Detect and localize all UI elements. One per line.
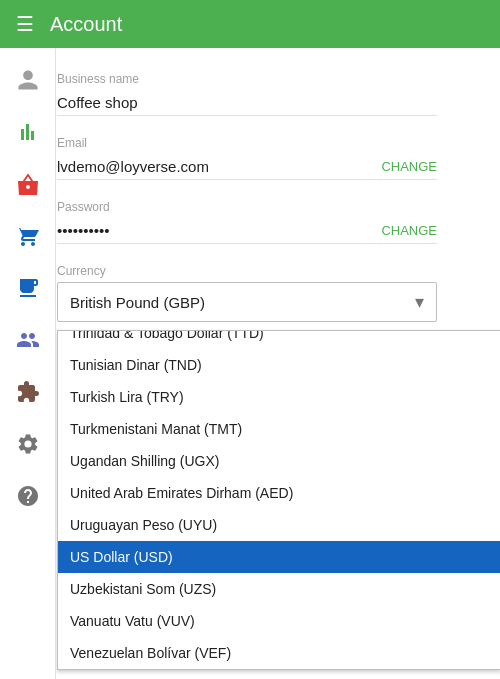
- business-name-text: Coffee shop: [57, 94, 138, 111]
- business-name-group: Business name Coffee shop: [57, 72, 437, 116]
- cart-icon: [16, 224, 40, 248]
- password-text: ••••••••••: [57, 222, 110, 239]
- password-group: Password •••••••••• CHANGE: [57, 200, 437, 244]
- bar-chart-icon: [16, 120, 40, 144]
- chevron-down-icon: ▾: [415, 291, 424, 313]
- sidebar-item-account[interactable]: [4, 56, 52, 104]
- dropdown-item-try[interactable]: Turkish Lira (TRY): [58, 381, 500, 413]
- sidebar-item-inventory[interactable]: [4, 212, 52, 260]
- sidebar-item-integrations[interactable]: [4, 368, 52, 416]
- email-text: lvdemo@loyverse.com: [57, 158, 209, 175]
- password-change-button[interactable]: CHANGE: [381, 223, 437, 238]
- email-change-button[interactable]: CHANGE: [381, 159, 437, 174]
- dropdown-item-vef[interactable]: Venezuelan Bolívar (VEF): [58, 637, 500, 669]
- business-name-value: Coffee shop: [57, 90, 437, 116]
- page-title: Account: [50, 13, 122, 36]
- dropdown-item-ttd[interactable]: Trinidad & Tobago Dollar (TTD): [58, 330, 500, 349]
- dropdown-item-uyu[interactable]: Uruguayan Peso (UYU): [58, 509, 500, 541]
- email-value: lvdemo@loyverse.com CHANGE: [57, 154, 437, 180]
- sidebar-item-settings[interactable]: [4, 420, 52, 468]
- sidebar-item-staff[interactable]: [4, 316, 52, 364]
- sidebar-item-help[interactable]: [4, 472, 52, 520]
- email-group: Email lvdemo@loyverse.com CHANGE: [57, 136, 437, 180]
- business-name-label: Business name: [57, 72, 437, 86]
- currency-dropdown[interactable]: Surinamese Dollar (SRD)Swazi Lilangeni (…: [57, 330, 500, 670]
- dropdown-item-uzs[interactable]: Uzbekistani Som (UZS): [58, 573, 500, 605]
- dropdown-item-ugx[interactable]: Ugandan Shilling (UGX): [58, 445, 500, 477]
- password-value: •••••••••• CHANGE: [57, 218, 437, 244]
- gear-icon: [16, 432, 40, 456]
- email-label: Email: [57, 136, 437, 150]
- dropdown-item-usd[interactable]: US Dollar (USD): [58, 541, 500, 573]
- main-content: Business name Coffee shop Email lvdemo@l…: [56, 48, 500, 679]
- password-label: Password: [57, 200, 437, 214]
- sidebar-item-orders[interactable]: [4, 160, 52, 208]
- help-icon: [16, 484, 40, 508]
- layout: Business name Coffee shop Email lvdemo@l…: [0, 48, 500, 679]
- dropdown-item-vuv[interactable]: Vanuatu Vatu (VUV): [58, 605, 500, 637]
- sidebar-item-analytics[interactable]: [4, 108, 52, 156]
- puzzle-icon: [16, 380, 40, 404]
- currency-label: Currency: [57, 264, 437, 278]
- basket-icon: [16, 172, 40, 196]
- sidebar: [0, 48, 56, 679]
- menu-icon[interactable]: ☰: [16, 12, 34, 36]
- currency-select[interactable]: British Pound (GBP) ▾: [57, 282, 437, 322]
- customers-icon: [16, 276, 40, 300]
- sidebar-item-customers[interactable]: [4, 264, 52, 312]
- currency-selected-value: British Pound (GBP): [70, 294, 205, 311]
- topbar: ☰ Account: [0, 0, 500, 48]
- person-icon: [16, 68, 40, 92]
- dropdown-item-aed[interactable]: United Arab Emirates Dirham (AED): [58, 477, 500, 509]
- people-icon: [16, 328, 40, 352]
- currency-section: Currency British Pound (GBP) ▾: [57, 264, 437, 322]
- dropdown-item-tnd[interactable]: Tunisian Dinar (TND): [58, 349, 500, 381]
- dropdown-item-tmt[interactable]: Turkmenistani Manat (TMT): [58, 413, 500, 445]
